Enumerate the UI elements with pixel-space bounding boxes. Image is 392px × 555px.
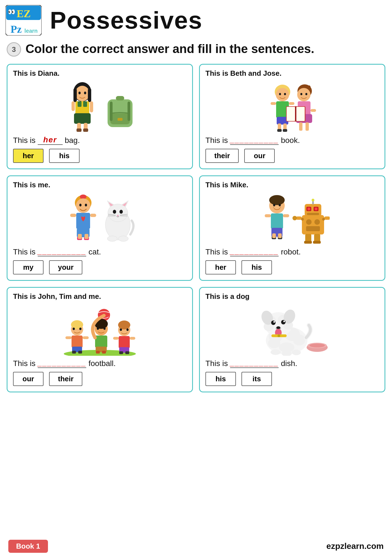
svg-rect-49 [310, 109, 316, 112]
svg-point-82 [107, 236, 117, 241]
svg-point-172 [271, 349, 281, 355]
svg-rect-62 [70, 214, 76, 217]
svg-rect-26 [110, 102, 113, 121]
svg-point-153 [293, 334, 305, 345]
svg-point-113 [329, 216, 330, 220]
book-badge: Book 1 [8, 540, 48, 553]
option-their-1[interactable]: their [205, 149, 239, 163]
card-john-tim-options: our their [13, 372, 187, 386]
card-me-title: This is me. [13, 181, 50, 189]
svg-point-143 [126, 329, 129, 331]
card-dog-title: This is a dog [205, 292, 250, 301]
svg-rect-139 [102, 351, 106, 354]
svg-text:Pz: Pz [11, 23, 22, 35]
svg-rect-131 [78, 351, 82, 354]
option-his-2[interactable]: his [241, 260, 272, 274]
option-our-2[interactable]: our [13, 372, 44, 386]
card-john-tim-images [13, 303, 187, 356]
svg-rect-144 [119, 336, 130, 348]
svg-rect-146 [130, 337, 135, 340]
svg-rect-106 [307, 213, 319, 215]
instruction-block: 3 Color the correct answer and fill in t… [0, 38, 392, 59]
svg-rect-92 [283, 214, 289, 217]
card-diana-options: her his [13, 149, 187, 163]
svg-point-102 [307, 208, 310, 210]
svg-rect-90 [271, 213, 283, 229]
svg-rect-98 [302, 215, 324, 234]
card-dog: This is a dog [199, 287, 385, 392]
svg-rect-138 [96, 351, 100, 354]
card-john-tim-title: This is John, Tim and me. [13, 292, 101, 301]
svg-rect-116 [304, 241, 312, 244]
card-john-tim-sentence: This is __________ football. [13, 359, 187, 368]
svg-point-134 [97, 327, 99, 330]
instruction-text: Color the correct answer and fill in the… [26, 41, 314, 56]
option-her[interactable]: her [13, 149, 44, 163]
page-title: Possessives [50, 6, 202, 34]
card-dog-options: his its [205, 372, 379, 386]
card-beth-jose-images [205, 80, 379, 133]
svg-point-44 [301, 93, 302, 95]
option-his-1[interactable]: his [49, 149, 80, 163]
card-diana-images [13, 80, 187, 133]
svg-point-163 [271, 321, 276, 325]
option-our-1[interactable]: our [244, 149, 275, 163]
svg-point-45 [306, 93, 307, 95]
beth-jose-figure [256, 81, 328, 133]
card-diana-title: This is Diana. [13, 69, 60, 78]
option-his-3[interactable]: his [205, 372, 236, 386]
website-label: ezpzlearn.com [326, 541, 384, 551]
svg-rect-40 [283, 129, 287, 132]
svg-rect-128 [83, 336, 89, 339]
svg-rect-149 [125, 351, 129, 354]
header: 👀 EZ Pz learn Possessives [0, 0, 392, 38]
card-mike-options: her his [205, 260, 379, 274]
svg-point-108 [314, 219, 320, 225]
svg-rect-109 [306, 226, 320, 231]
svg-point-75 [113, 210, 116, 214]
svg-point-8 [75, 86, 90, 101]
card-diana-sentence: This is her bag. [13, 135, 187, 145]
card-me: This is me. [7, 175, 193, 281]
me-blank: __________ [38, 247, 86, 256]
option-her-2[interactable]: her [205, 260, 236, 274]
card-dog-sentence: This is __________ dish. [205, 359, 379, 368]
option-my[interactable]: my [13, 260, 44, 274]
option-their-2[interactable]: their [49, 372, 82, 386]
svg-rect-97 [278, 233, 282, 238]
svg-point-76 [119, 210, 123, 214]
svg-rect-34 [271, 102, 276, 105]
svg-point-11 [78, 92, 81, 94]
logo: 👀 EZ Pz learn [6, 5, 42, 36]
svg-rect-91 [265, 214, 271, 217]
svg-point-112 [292, 216, 297, 220]
svg-point-135 [103, 327, 106, 330]
svg-rect-35 [289, 102, 294, 105]
svg-point-85 [269, 195, 285, 205]
svg-text:EZ: EZ [17, 8, 31, 19]
option-its[interactable]: its [241, 372, 272, 386]
beth-jose-blank: __________ [230, 135, 279, 145]
card-mike: This is Mike. [199, 175, 385, 281]
svg-point-31 [279, 93, 281, 95]
svg-point-166 [283, 321, 285, 322]
option-your[interactable]: your [49, 260, 82, 274]
svg-point-86 [273, 204, 275, 206]
svg-point-124 [73, 328, 75, 330]
svg-rect-9 [73, 88, 77, 102]
card-dog-images [205, 303, 379, 356]
svg-point-154 [268, 338, 280, 348]
svg-rect-67 [78, 234, 82, 239]
svg-rect-16 [74, 113, 91, 124]
svg-rect-27 [128, 102, 130, 121]
me-figure [62, 193, 137, 244]
card-mike-images [205, 191, 379, 244]
card-me-images [13, 191, 187, 244]
svg-point-107 [306, 219, 312, 225]
svg-point-32 [284, 93, 286, 95]
svg-point-119 [322, 218, 325, 221]
svg-rect-55 [296, 107, 305, 121]
svg-point-30 [276, 88, 289, 101]
svg-point-89 [280, 207, 281, 208]
svg-rect-51 [306, 122, 309, 131]
